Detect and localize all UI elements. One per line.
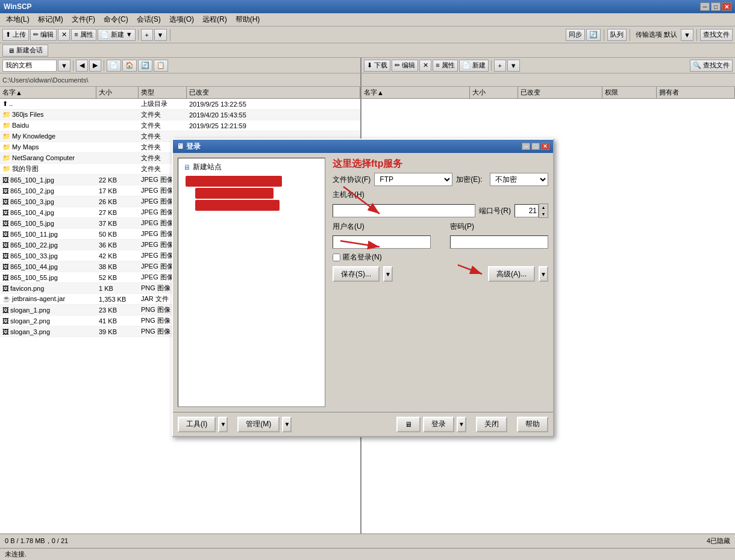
right-find-btn[interactable]: 🔍 查找文件 <box>690 60 733 72</box>
file-icon: 🖼 <box>2 231 9 238</box>
find-files-button[interactable]: 查找文件 <box>700 29 733 41</box>
port-down-btn[interactable]: ▼ <box>539 211 548 217</box>
file-type: 上级目录 <box>139 99 187 108</box>
file-icon: ☕ <box>2 295 11 302</box>
menu-options[interactable]: 选项(O) <box>166 13 198 26</box>
file-name: ☕jetbrains-agent.jar <box>0 295 96 303</box>
dialog-minimize-btn[interactable]: ─ <box>522 143 530 150</box>
new-session-button[interactable]: 🖥 新建会话 <box>2 45 48 57</box>
login-btn[interactable]: 登录 <box>423 417 454 432</box>
left-forward-btn[interactable]: ▶ <box>89 60 101 72</box>
redacted-item-3 <box>195 200 280 211</box>
file-type: 文件夹 <box>139 110 187 119</box>
file-name: 🖼865_100_33.jpg <box>0 252 96 260</box>
file-type: 文件夹 <box>139 121 187 130</box>
right-new-btn[interactable]: 📄 新建 <box>459 60 489 72</box>
col-header-size[interactable]: 大小 <box>96 87 139 98</box>
delete-button[interactable]: ✕ <box>58 29 70 41</box>
file-icon: 🖼 <box>2 241 9 249</box>
left-nav1[interactable]: 📄 <box>107 60 121 72</box>
save-btn[interactable]: 保存(S)... <box>333 266 380 282</box>
table-row[interactable]: ⬆.. 上级目录 2019/9/25 13:22:55 <box>0 99 360 110</box>
menu-remote[interactable]: 远程(R) <box>199 13 231 26</box>
menu-help[interactable]: 帮助(H) <box>232 13 264 26</box>
port-up-btn[interactable]: ▲ <box>539 204 548 211</box>
left-location-dropdown[interactable]: 我的文档 <box>2 60 57 72</box>
port-input[interactable] <box>514 204 539 217</box>
close-dialog-btn[interactable]: 关闭 <box>476 417 507 432</box>
file-icon: 📁 <box>2 165 11 172</box>
edit-button[interactable]: ✏ 编辑 <box>30 29 57 41</box>
protocol-select[interactable]: FTP <box>374 173 452 186</box>
left-location-dropdown-btn[interactable]: ▼ <box>58 60 70 72</box>
right-col-owner[interactable]: 拥有者 <box>657 87 735 98</box>
bookmark-menu[interactable]: ▼ <box>154 29 167 41</box>
dialog-maximize-btn[interactable]: □ <box>531 143 540 150</box>
col-header-name[interactable]: 名字 ▲ <box>0 87 96 98</box>
file-icon: 📁 <box>2 111 11 118</box>
login-icon-btn[interactable]: 🖥 <box>396 417 421 432</box>
right-panel-toolbar: ⬇ 下载 ✏ 编辑 ✕ ≡ 属性 📄 新建 + ▼ 🔍 查找文件 <box>361 58 735 73</box>
port-label: 端口号(R) <box>479 206 511 216</box>
right-props-btn[interactable]: ≡ 属性 <box>433 60 457 72</box>
right-col-date[interactable]: 已改变 <box>518 87 602 98</box>
anon-checkbox[interactable] <box>333 254 340 261</box>
col-header-date[interactable]: 已改变 <box>187 87 360 98</box>
table-row[interactable]: 📁360js Files 文件夹 2019/4/20 15:43:55 <box>0 110 360 120</box>
save-dropdown-btn[interactable]: ▼ <box>383 266 393 282</box>
file-icon: 🖼 <box>2 328 9 335</box>
host-input[interactable] <box>333 204 475 217</box>
right-edit-btn[interactable]: ✏ 编辑 <box>392 60 418 72</box>
right-add-btn[interactable]: + <box>494 60 506 72</box>
tools-dropdown-btn[interactable]: ▼ <box>218 417 228 432</box>
file-icon: ⬆ <box>2 100 8 107</box>
transfer-dropdown[interactable]: ▼ <box>681 29 693 41</box>
dialog-footer: 工具(I) ▼ 管理(M) ▼ 🖥 登录 ▼ 关闭 帮助 <box>173 412 553 436</box>
queue-button[interactable]: 队列 <box>607 29 627 41</box>
right-col-name[interactable]: 名字 ▲ <box>361 87 470 98</box>
menu-mark[interactable]: 标记(M) <box>34 13 67 26</box>
password-input[interactable] <box>450 235 548 249</box>
dialog-close-btn[interactable]: ✕ <box>541 143 549 150</box>
col-header-type[interactable]: 类型 <box>139 87 187 98</box>
table-row[interactable]: 📁Baidu 文件夹 2019/9/25 12:21:59 <box>0 120 360 131</box>
annotation-ftp: 这里选择ftp服务 <box>333 158 402 169</box>
right-download-btn[interactable]: ⬇ 下载 <box>364 60 390 72</box>
file-size: 23 KB <box>96 306 139 314</box>
new-site-item[interactable]: 🖥 新建站点 <box>181 161 322 173</box>
left-refresh-btn[interactable]: 🔄 <box>138 60 152 72</box>
help-btn[interactable]: 帮助 <box>517 417 548 432</box>
file-icon: 🖼 <box>2 176 9 184</box>
tools-btn[interactable]: 工具(I) <box>178 417 216 432</box>
close-button[interactable]: ✕ <box>722 2 731 11</box>
advanced-btn[interactable]: 高级(A)... <box>488 266 535 282</box>
left-back-btn[interactable]: ◀ <box>76 60 88 72</box>
properties-button[interactable]: ≡ 属性 <box>71 29 96 41</box>
left-home-btn[interactable]: 🏠 <box>122 60 137 72</box>
menu-command[interactable]: 命令(C) <box>100 13 132 26</box>
right-col-perms[interactable]: 权限 <box>602 87 657 98</box>
maximize-button[interactable]: □ <box>711 2 721 11</box>
username-input[interactable] <box>333 235 431 249</box>
file-name: 🖼slogan_3.png <box>0 328 96 335</box>
left-more1[interactable]: 📋 <box>154 60 168 72</box>
sync-icon[interactable]: 🔄 <box>586 29 601 41</box>
add-bookmark[interactable]: + <box>141 29 153 41</box>
menu-file[interactable]: 文件(F) <box>68 13 99 26</box>
file-name: 📁我的导图 <box>0 164 96 173</box>
minimize-button[interactable]: ─ <box>700 2 710 11</box>
manage-dropdown-btn[interactable]: ▼ <box>282 417 292 432</box>
new-button[interactable]: 📄 新建 ▼ <box>98 29 136 41</box>
right-col-size[interactable]: 大小 <box>470 87 518 98</box>
sync-button[interactable]: 同步 <box>566 29 585 41</box>
left-column-headers: 名字 ▲ 大小 类型 已改变 <box>0 87 360 99</box>
upload-button[interactable]: ⬆ 上传 <box>2 29 29 41</box>
menu-local[interactable]: 本地(L) <box>2 13 33 26</box>
encrypt-select[interactable]: 不加密 <box>490 173 548 186</box>
login-dropdown-btn[interactable]: ▼ <box>457 417 466 432</box>
menu-session[interactable]: 会话(S) <box>133 13 164 26</box>
right-dd-btn[interactable]: ▼ <box>507 60 520 72</box>
advanced-dropdown-btn[interactable]: ▼ <box>539 266 548 282</box>
right-delete-btn[interactable]: ✕ <box>419 60 431 72</box>
manage-btn[interactable]: 管理(M) <box>237 417 280 432</box>
